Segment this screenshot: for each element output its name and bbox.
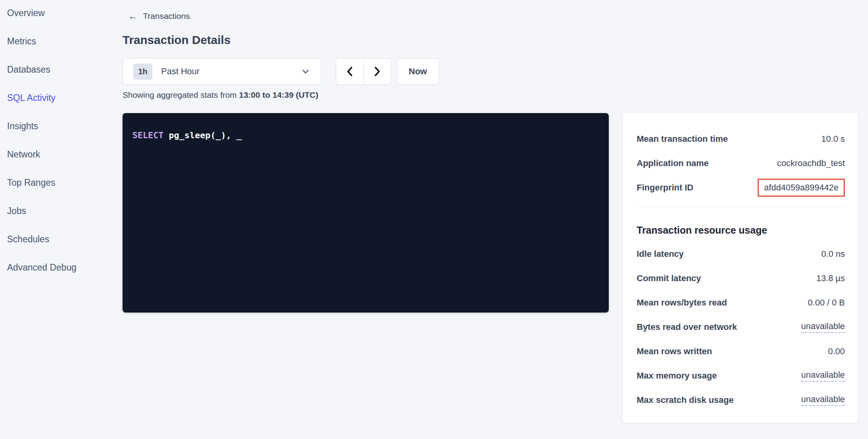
sidebar-item-schedules[interactable]: Schedules (7, 225, 117, 253)
detail-label: Max scratch disk usage (637, 395, 734, 405)
detail-label: Idle latency (637, 249, 684, 259)
detail-label: Max memory usage (637, 371, 717, 381)
interval-badge: 1h (133, 64, 152, 80)
time-range-selected-label: Past Hour (161, 66, 200, 77)
detail-row-fingerprint-id: Fingerprint ID afdd4059a899442e (637, 176, 845, 200)
sidebar-nav: Overview Metrics Databases SQL Activity … (7, 0, 117, 282)
detail-row-mean-rows-bytes-read: Mean rows/bytes read 0.00 / 0 B (637, 291, 845, 315)
time-nav-group (336, 58, 391, 85)
time-picker-controls: 1h Past Hour Now (123, 58, 439, 85)
sidebar-item-insights[interactable]: Insights (7, 112, 117, 140)
page-title: Transaction Details (123, 33, 231, 47)
detail-value: 0.00 / 0 B (808, 298, 845, 308)
detail-label: Fingerprint ID (637, 183, 693, 193)
detail-row-mean-rows-written: Mean rows written 0.00 (637, 339, 845, 364)
sidebar-item-overview[interactable]: Overview (7, 0, 117, 27)
breadcrumb[interactable]: ← Transactions (128, 10, 190, 22)
card-divider (637, 207, 845, 207)
sidebar-item-top-ranges[interactable]: Top Ranges (7, 168, 117, 197)
detail-value: 10.0 s (821, 134, 845, 144)
sql-statement-box: SELECT pg_sleep(_), _ (123, 113, 609, 313)
detail-row-commit-latency: Commit latency 13.8 µs (637, 266, 845, 291)
sql-statement: SELECT pg_sleep(_), _ (132, 130, 597, 140)
detail-label: Bytes read over network (637, 322, 737, 332)
detail-row-idle-latency: Idle latency 0.0 ns (637, 242, 845, 266)
detail-value-unavailable[interactable]: unavailable (801, 394, 845, 406)
stats-prefix: Showing aggregated stats from (123, 90, 239, 99)
detail-value: 0.00 (828, 346, 845, 357)
detail-row-max-scratch-disk-usage: Max scratch disk usage unavailable (637, 388, 845, 412)
breadcrumb-label[interactable]: Transactions (143, 11, 190, 21)
sidebar-item-sql-activity[interactable]: SQL Activity (7, 84, 117, 112)
detail-row-mean-transaction-time: Mean transaction time 10.0 s (637, 127, 845, 151)
next-time-button[interactable] (363, 59, 390, 84)
sidebar-item-jobs[interactable]: Jobs (7, 197, 117, 225)
detail-label: Mean rows written (637, 346, 712, 357)
detail-value: 13.8 µs (816, 273, 845, 284)
resource-usage-heading: Transaction resource usage (637, 218, 845, 242)
detail-value-unavailable[interactable]: unavailable (801, 370, 845, 382)
detail-label: Application name (637, 158, 709, 168)
transaction-details-card: Mean transaction time 10.0 s Application… (622, 112, 859, 423)
detail-label: Mean rows/bytes read (637, 298, 727, 308)
chevron-down-icon (300, 66, 311, 77)
detail-row-application-name: Application name cockroachdb_test (637, 151, 845, 176)
fingerprint-id-highlight: afdd4059a899442e (758, 179, 845, 197)
sidebar-item-network[interactable]: Network (7, 140, 117, 168)
sql-keyword: SELECT (132, 130, 163, 140)
stats-time-range: 13:00 to 14:39 (UTC) (239, 90, 319, 99)
previous-time-button[interactable] (336, 59, 363, 84)
sidebar-item-metrics[interactable]: Metrics (7, 27, 117, 55)
aggregated-stats-line: Showing aggregated stats from 13:00 to 1… (123, 90, 318, 100)
now-button[interactable]: Now (397, 58, 439, 85)
detail-row-bytes-read-over-network: Bytes read over network unavailable (637, 315, 845, 339)
app-window: Overview Metrics Databases SQL Activity … (0, 0, 868, 439)
detail-label: Commit latency (637, 273, 701, 284)
sql-body: pg_sleep(_), _ (163, 130, 242, 140)
back-arrow-icon[interactable]: ← (128, 11, 137, 21)
detail-row-max-memory-usage: Max memory usage unavailable (637, 364, 845, 388)
detail-label: Mean transaction time (637, 134, 728, 144)
detail-value: cockroachdb_test (777, 158, 845, 168)
time-range-dropdown[interactable]: 1h Past Hour (123, 58, 321, 85)
detail-value: 0.0 ns (821, 249, 845, 259)
detail-value-unavailable[interactable]: unavailable (801, 321, 845, 333)
sidebar-item-databases[interactable]: Databases (7, 55, 117, 84)
sidebar-item-advanced-debug[interactable]: Advanced Debug (7, 253, 117, 282)
